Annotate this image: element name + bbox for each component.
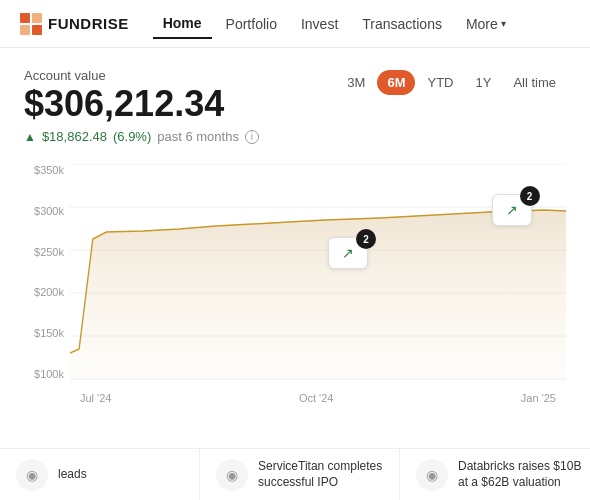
trend-icon-1: ↗ [342, 245, 354, 261]
news-item-1[interactable]: ◉ ServiceTitan completes successful IPO [200, 449, 400, 500]
navigation: FUNDRISE Home Portfolio Invest Transacti… [0, 0, 590, 48]
nav-home[interactable]: Home [153, 9, 212, 39]
y-label-250k: $250k [24, 246, 64, 258]
x-label-jan25: Jan '25 [521, 392, 556, 404]
y-label-150k: $150k [24, 327, 64, 339]
x-label-jul24: Jul '24 [80, 392, 111, 404]
time-btn-6m[interactable]: 6M [377, 70, 415, 95]
logo[interactable]: FUNDRISE [20, 13, 129, 35]
event-count-2: 2 [520, 186, 540, 206]
nav-invest[interactable]: Invest [291, 10, 348, 38]
logo-icon [20, 13, 42, 35]
logo-text: FUNDRISE [48, 15, 129, 32]
account-change: ▲ $18,862.48 (6.9%) past 6 months i [24, 129, 259, 144]
news-icon-1: ◉ [216, 459, 248, 491]
chart-svg-area: ↗ 2 ↗ 2 [70, 164, 566, 380]
news-text-1: ServiceTitan completes successful IPO [258, 459, 383, 490]
time-btn-3m[interactable]: 3M [337, 70, 375, 95]
account-label-group: Account value $306,212.34 ▲ $18,862.48 (… [24, 68, 259, 160]
chevron-down-icon: ▾ [501, 18, 506, 29]
news-item-0[interactable]: ◉ leads [0, 449, 200, 500]
trend-icon-2: ↗ [506, 202, 518, 218]
time-filters: 3M 6M YTD 1Y All time [337, 70, 566, 95]
nav-links: Home Portfolio Invest Transactions More … [153, 9, 570, 39]
chart-x-axis: Jul '24 Oct '24 Jan '25 [70, 380, 566, 404]
y-label-100k: $100k [24, 368, 64, 380]
change-pct: (6.9%) [113, 129, 151, 144]
news-icon-2: ◉ [416, 459, 448, 491]
news-text-2: Databricks raises $10B at a $62B valuati… [458, 459, 583, 490]
y-label-300k: $300k [24, 205, 64, 217]
main-content: Account value $306,212.34 ▲ $18,862.48 (… [0, 48, 590, 404]
account-value: $306,212.34 [24, 83, 259, 125]
info-icon[interactable]: i [245, 130, 259, 144]
chart-y-axis: $350k $300k $250k $200k $150k $100k [24, 164, 70, 380]
event-badge-1[interactable]: ↗ 2 [328, 237, 368, 269]
time-btn-1y[interactable]: 1Y [465, 70, 501, 95]
chart-container: $350k $300k $250k $200k $150k $100k [24, 164, 566, 404]
news-icon-0: ◉ [16, 459, 48, 491]
change-period: past 6 months [157, 129, 239, 144]
nav-more-label: More [466, 16, 498, 32]
nav-more[interactable]: More ▾ [456, 10, 516, 38]
event-badge-2[interactable]: ↗ 2 [492, 194, 532, 226]
news-text-0: leads [58, 467, 87, 483]
change-amount: $18,862.48 [42, 129, 107, 144]
news-item-2[interactable]: ◉ Databricks raises $10B at a $62B valua… [400, 449, 590, 500]
news-ticker: ◉ leads ◉ ServiceTitan completes success… [0, 448, 590, 500]
nav-portfolio[interactable]: Portfolio [216, 10, 287, 38]
account-header: Account value $306,212.34 ▲ $18,862.48 (… [24, 68, 566, 160]
y-label-350k: $350k [24, 164, 64, 176]
chart-fill [70, 210, 566, 379]
account-label: Account value [24, 68, 259, 83]
up-arrow-icon: ▲ [24, 130, 36, 144]
x-label-oct24: Oct '24 [299, 392, 334, 404]
nav-transactions[interactable]: Transactions [352, 10, 452, 38]
time-btn-alltime[interactable]: All time [503, 70, 566, 95]
time-btn-ytd[interactable]: YTD [417, 70, 463, 95]
y-label-200k: $200k [24, 286, 64, 298]
